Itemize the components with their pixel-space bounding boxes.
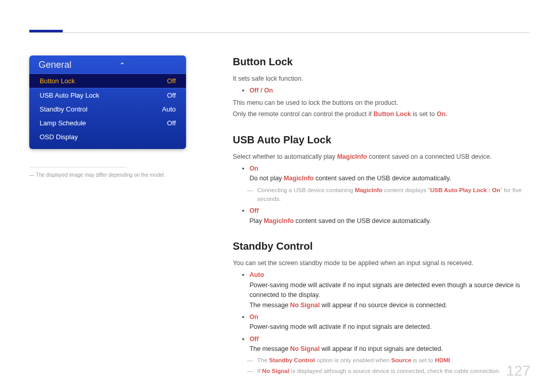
osd-item-usb-auto-play-lock[interactable]: USB Auto Play Lock Off [29,88,186,102]
heading-usb-auto-play-lock: USB Auto Play Lock [233,132,529,148]
bullet-body: Auto Power-saving mode will activate if … [249,270,529,310]
osd-item-label: USB Auto Play Lock [40,91,99,99]
bullet-body: On Power-saving mode will activate if no… [249,312,529,332]
osd-item-label: Button Lock [40,77,75,85]
osd-item-label: Lamp Schedule [40,119,86,127]
bullet-icon: • [233,270,244,310]
doc-content: Button Lock It sets safe lock function. … [233,54,529,378]
dash-icon: ― [247,356,253,365]
bullet: • Off / On [233,86,529,96]
heading-standby-control: Standby Control [233,238,529,254]
text: Only the remote control can control the … [233,109,529,119]
bullet-on: • On Power-saving mode will activate if … [233,312,529,332]
note-body: If No Signal is displayed although a sou… [257,367,501,376]
dash-icon: ― [247,367,253,376]
footnote-rule [29,167,127,167]
osd-item-osd-display[interactable]: OSD Display [29,130,186,144]
bullet-body: Off / On [249,86,529,96]
footnote-text: The displayed image may differ depending… [36,172,165,178]
bullet-off: • Off The message No Signal will appear … [233,334,529,354]
note-body: Connecting a USB device containing Magic… [257,186,530,204]
osd-item-value: Auto [162,105,176,113]
bullet-body: Off The message No Signal will appear if… [249,334,529,354]
text: This menu can be used to lock the button… [233,98,529,108]
text: Select whether to automatically play Mag… [233,152,529,162]
bullet-auto: • Auto Power-saving mode will activate i… [233,270,529,310]
bullet-icon: • [233,206,244,226]
dash-icon: ― [247,186,253,204]
bullet-icon: • [233,164,244,184]
osd-item-value: Off [167,77,176,85]
osd-item-label: OSD Display [40,133,78,141]
osd-item-label: Standby Control [40,105,87,113]
header-rule [29,32,529,33]
page-number: 127 [506,363,530,379]
option-on: On [264,87,273,94]
footnote: ― The displayed image may differ dependi… [29,172,165,178]
note: ― Connecting a USB device containing Mag… [247,186,529,204]
bullet-body: On Do not play MagicInfo content saved o… [249,164,529,184]
bullet-icon: • [233,312,244,332]
heading-button-lock: Button Lock [233,54,529,70]
bullet-icon: • [233,86,244,96]
chevron-up-icon[interactable]: ⌃ [119,61,125,69]
osd-menu-title: General [39,60,71,70]
osd-item-value: Off [167,119,176,127]
osd-item-value: Off [167,91,176,99]
option-off: Off [249,87,258,94]
note: ― If No Signal is displayed although a s… [247,367,529,376]
bullet-icon: • [233,334,244,354]
bullet-off: • Off Play MagicInfo content saved on th… [233,206,529,226]
note: ― The Standby Control option is only ena… [247,356,529,365]
text: It sets safe lock function. [233,74,529,84]
bullet-body: Off Play MagicInfo content saved on the … [249,206,529,226]
osd-item-standby-control[interactable]: Standby Control Auto [29,102,186,116]
note-body: The Standby Control option is only enabl… [257,356,452,365]
osd-item-button-lock[interactable]: Button Lock Off [29,73,186,88]
osd-item-lamp-schedule[interactable]: Lamp Schedule Off [29,116,186,130]
dash-glyph: ― [29,172,34,178]
slash: / [258,87,264,94]
bullet-on: • On Do not play MagicInfo content saved… [233,164,529,184]
osd-menu-panel: General ⌃ Button Lock Off USB Auto Play … [29,55,186,149]
text: You can set the screen standby mode to b… [233,258,529,268]
osd-menu-header: General ⌃ [29,55,186,73]
